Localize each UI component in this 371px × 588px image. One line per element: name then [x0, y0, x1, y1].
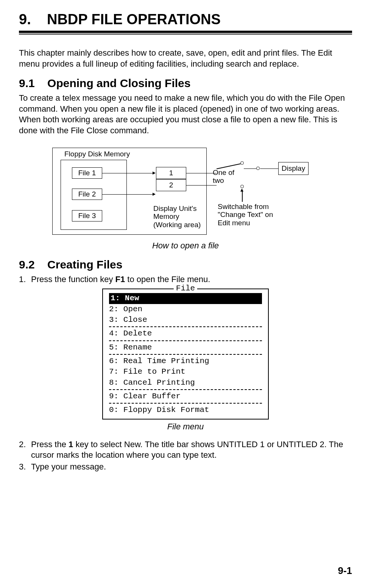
switchable-arrow-head: [240, 189, 243, 192]
step-number: 3.: [19, 462, 26, 473]
diagram-caption: How to open a file: [19, 241, 352, 251]
page-number: 9-1: [338, 565, 352, 577]
menu-divider: [109, 403, 262, 404]
step-number: 1.: [19, 274, 26, 285]
file-menu-title: File: [174, 284, 197, 293]
step-1-key: F1: [115, 275, 125, 284]
file-menu-box: File 1: New 2: Open 3: Close 4: Delete 5…: [102, 289, 269, 419]
file-3-box: File 3: [72, 210, 102, 221]
file-2-box: File 2: [72, 189, 102, 200]
menu-item-floppyformat: 0: Floppy Disk Format: [103, 405, 268, 415]
menu-divider: [109, 354, 262, 355]
menu-item-delete: 4: Delete: [103, 328, 268, 339]
switch-line-2: [186, 185, 217, 186]
display-box-label: Display: [282, 164, 305, 173]
step-3-text: Type your message.: [31, 462, 106, 471]
switch-out-line-h: [244, 168, 257, 169]
chapter-name: NBDP FILE OPERATIONS: [47, 11, 221, 27]
work-area-1-label: 1: [169, 169, 173, 177]
section-name: Creating Files: [47, 258, 122, 271]
section-number: 9.2: [19, 258, 35, 271]
switch-dot-3: [256, 167, 260, 170]
diagram-container: Floppy Disk Memory File 1 File 2 File 3 …: [19, 144, 352, 239]
steps-list-cont: 2. Press the 1 key to select New. The ti…: [19, 439, 352, 473]
file-1-box: File 1: [72, 167, 102, 179]
arrow-line-2: [102, 194, 153, 195]
menu-item-rtprint: 6: Real Time Printing: [103, 356, 268, 367]
switch-line-1: [186, 173, 217, 174]
switch-dot-2: [240, 185, 244, 188]
work-area-2-label: 2: [169, 181, 173, 189]
menu-item-fileprint: 7: File to Print: [103, 367, 268, 377]
one-of-two-label: One of two: [213, 168, 239, 185]
menu-item-close: 3: Close: [103, 315, 268, 325]
menu-item-open: 2: Open: [103, 304, 268, 315]
switchable-arrow-line: [242, 191, 243, 202]
step-2-key: 1: [69, 440, 73, 449]
menu-item-new: 1: New: [109, 293, 262, 304]
file-2-label: File 2: [78, 190, 96, 198]
work-area-2: 2: [156, 179, 186, 191]
step-1: 1. Press the function key F1 to open the…: [19, 274, 352, 285]
menu-divider: [109, 326, 262, 327]
step-number: 2.: [19, 439, 26, 450]
display-in-line: [260, 168, 279, 169]
step-3: 3. Type your message.: [19, 462, 352, 473]
intro-text: This chapter mainly describes how to cre…: [19, 48, 352, 69]
arrow-line-1: [102, 173, 153, 174]
chapter-title: 9. NBDP FILE OPERATIONS: [19, 11, 352, 28]
work-area-1: 1: [156, 167, 186, 179]
file-1-label: File 1: [78, 169, 96, 177]
menu-item-rename: 5: Rename: [103, 342, 268, 353]
menu-item-cancelprint: 8: Cancel Printing: [103, 377, 268, 388]
section-9-1-title: 9.1 Opening and Closing Files: [19, 77, 352, 90]
work-area-label: Display Unit's Memory (Working area): [153, 204, 208, 229]
file-menu-container: File 1: New 2: Open 3: Close 4: Delete 5…: [19, 289, 352, 419]
step-2-text-a: Press the: [31, 440, 69, 449]
switch-dot-1: [240, 161, 244, 165]
switchable-label: Switchable from "Change Text" on Edit me…: [218, 203, 278, 228]
arrow-head-1: [153, 172, 156, 175]
file-open-diagram: Floppy Disk Memory File 1 File 2 File 3 …: [49, 144, 322, 239]
step-2: 2. Press the 1 key to select New. The ti…: [19, 439, 352, 461]
step-1-text-b: to open the File menu.: [125, 275, 210, 284]
display-box: Display: [278, 162, 309, 175]
file-menu-caption: File menu: [19, 422, 352, 432]
file-3-label: File 3: [78, 212, 96, 220]
section-9-1-body: To create a telex message you need to ma…: [19, 93, 352, 136]
section-number: 9.1: [19, 77, 35, 89]
arrow-head-2: [153, 193, 156, 196]
menu-item-clearbuffer: 9: Clear Buffer: [103, 391, 268, 402]
chapter-number: 9.: [19, 11, 31, 27]
menu-divider: [109, 389, 262, 390]
section-name: Opening and Closing Files: [47, 77, 190, 89]
steps-list: 1. Press the function key F1 to open the…: [19, 274, 352, 285]
chapter-rule: [19, 31, 352, 34]
floppy-label: Floppy Disk Memory: [64, 150, 130, 158]
section-9-2-title: 9.2 Creating Files: [19, 258, 352, 271]
step-1-text-a: Press the function key: [31, 275, 115, 284]
step-2-text-b: key to select New. The title bar shows U…: [31, 440, 343, 460]
menu-divider: [109, 340, 262, 341]
